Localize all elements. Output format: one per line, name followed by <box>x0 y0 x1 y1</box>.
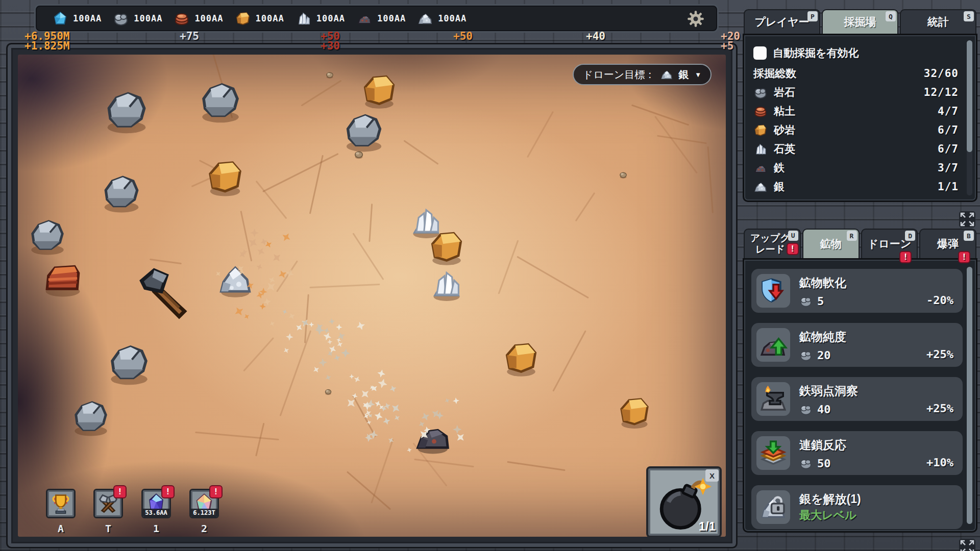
silver-lock-icon <box>759 493 788 521</box>
upgrade-iconbox <box>756 328 790 362</box>
scrollbar-thumb[interactable] <box>967 267 972 524</box>
cost-value: 40 <box>817 403 831 416</box>
hotbar-slot-crystal-2[interactable]: ! 6.123T <box>189 489 219 518</box>
upgrade-title: 鉄弱点洞察 <box>799 383 858 399</box>
scrollbar-thumb[interactable] <box>967 40 972 152</box>
tab-stats[interactable]: 統計 S <box>900 9 976 34</box>
mine-map[interactable]: ドローン目標： 銀 ▼ A ! T ! 53.6AA 1 <box>18 55 726 537</box>
upgrade-cost: 40 <box>799 403 831 416</box>
hotbar-key-label: A <box>46 522 76 535</box>
scrollbar[interactable] <box>967 40 972 195</box>
tab-bombs[interactable]: 爆弾 B ! <box>919 229 976 258</box>
sparkle-particle <box>281 308 288 315</box>
upgrade-panel-body: 鉱物軟化 5 -20% 鉱物純度 20 +25% 鉄弱点洞察 <box>743 258 977 533</box>
upgrade-card-unlock-silver[interactable]: 銀を解放(1) 最大レベル <box>751 485 963 529</box>
layers-icon <box>759 439 788 467</box>
hotbar-slot-achievements[interactable] <box>46 489 76 518</box>
expand-panel-icon[interactable] <box>959 211 975 228</box>
upgrade-card-mineral-purity[interactable]: 鉱物純度 20 +25% <box>751 323 963 367</box>
map-object-pebble[interactable] <box>352 148 365 161</box>
resource-count: 6/7 <box>938 124 959 136</box>
map-object-pebble[interactable] <box>323 387 333 397</box>
terrain-crack <box>150 259 182 264</box>
resource-count: 1/1 <box>938 181 959 193</box>
tab-mine[interactable]: 採掘場 Q <box>822 9 898 34</box>
close-icon[interactable]: X <box>705 469 719 482</box>
mine-panel-body: 自動採掘を有効化 採掘総数 32/60 岩石 12/12 粘土 4/7 砂岩 6… <box>743 34 977 202</box>
upgrade-card-mineral-softening[interactable]: 鉱物軟化 5 -20% <box>751 269 963 313</box>
silver-icon <box>753 180 768 194</box>
sparkle-particle <box>406 447 412 453</box>
sparkle-particle <box>340 348 351 358</box>
sparkle-particle <box>255 263 263 271</box>
auto-mine-checkbox[interactable] <box>753 46 767 60</box>
tab-minerals[interactable]: 鉱物 R <box>802 229 860 258</box>
scrollbar[interactable] <box>967 267 972 524</box>
tab-player[interactable]: プレイヤー P <box>744 9 820 34</box>
map-object-boulder[interactable] <box>198 79 243 124</box>
sandstone-icon <box>235 10 251 27</box>
sparkle-particle <box>287 312 297 321</box>
tab-upgrades[interactable]: アップグレード U ! <box>744 229 801 258</box>
hotbar-key-label: 1 <box>141 522 171 535</box>
map-object-hammer[interactable] <box>136 265 193 322</box>
bomb-slot[interactable]: X 1/1 <box>646 466 722 537</box>
resource-clay: 100AA <box>174 10 223 27</box>
resource-crystal: 100AA <box>52 10 102 27</box>
expand-panel-icon[interactable] <box>959 539 975 551</box>
map-object-sand[interactable] <box>502 340 540 378</box>
silver-icon <box>660 68 673 81</box>
terrain-crack <box>657 135 706 144</box>
resource-value: 100AA <box>194 13 223 23</box>
settings-gear-icon[interactable] <box>687 10 705 28</box>
map-object-quartz[interactable] <box>409 205 444 239</box>
tab-drones[interactable]: ドローン D ! <box>861 229 918 258</box>
sparkle-particle <box>388 384 398 393</box>
map-object-boulder[interactable] <box>28 216 67 256</box>
map-object-boulder[interactable] <box>71 397 111 437</box>
map-object-boulder[interactable] <box>103 88 150 135</box>
upgrade-effect: +25% <box>926 348 953 361</box>
sparkle-particle <box>436 412 444 420</box>
sparkle-particle <box>280 231 293 243</box>
sparkle-particle <box>376 368 386 378</box>
alert-badge: ! <box>899 251 912 263</box>
hotkey-badge: P <box>807 11 818 21</box>
hotbar-key-label: 2 <box>189 522 219 535</box>
terrain-crack <box>414 459 475 467</box>
auto-mine-label: 自動採掘を有効化 <box>773 46 859 60</box>
map-object-pebble[interactable] <box>324 69 335 81</box>
upgrade-card-iron-weakpoint[interactable]: 鉄弱点洞察 40 +25% <box>751 377 963 421</box>
hotbar-slot-tools[interactable]: ! <box>93 489 123 518</box>
map-object-boulder[interactable] <box>101 172 142 214</box>
resource-count: 4/7 <box>938 105 959 117</box>
sparkle-particle <box>444 397 451 404</box>
hotbar-slot-crystal-1[interactable]: ! 53.6AA <box>141 489 171 518</box>
map-object-boulder[interactable] <box>107 341 152 386</box>
map-object-quartz[interactable] <box>429 267 464 302</box>
upgrade-iconbox <box>756 490 790 524</box>
map-object-sand[interactable] <box>617 395 652 430</box>
resource-bar: 100AA 100AA 100AA 100AA 100AA 100AA 100A… <box>36 6 717 31</box>
map-object-sand[interactable] <box>360 72 398 110</box>
map-object-clay[interactable] <box>42 256 84 298</box>
upgrade-cost: 5 <box>799 294 824 308</box>
mine-resource-row: 粘土 4/7 <box>753 102 959 120</box>
upgrade-title: 銀を解放(1) <box>799 491 861 507</box>
drone-target-dropdown[interactable]: ドローン目標： 銀 ▼ <box>573 64 712 85</box>
map-object-silver[interactable] <box>216 261 254 298</box>
upgrade-effect: +10% <box>926 456 953 469</box>
map-object-boulder[interactable] <box>342 110 385 153</box>
cost-value: 5 <box>817 295 824 308</box>
map-object-pebble[interactable] <box>618 169 629 181</box>
terrain-crack <box>654 116 698 173</box>
hotkey-badge: S <box>964 11 974 21</box>
hotkey-badge: Q <box>886 11 896 21</box>
upgrade-cost: 50 <box>799 457 831 470</box>
sparkle-particle <box>259 303 266 310</box>
terrain-crack <box>575 192 595 221</box>
alert-badge: ! <box>787 243 799 255</box>
map-object-sand[interactable] <box>205 158 245 197</box>
mine-panel-tabs: プレイヤー P 採掘場 Q 統計 S <box>743 9 977 34</box>
upgrade-card-chain-reaction[interactable]: 連鎖反応 50 +10% <box>751 431 963 475</box>
